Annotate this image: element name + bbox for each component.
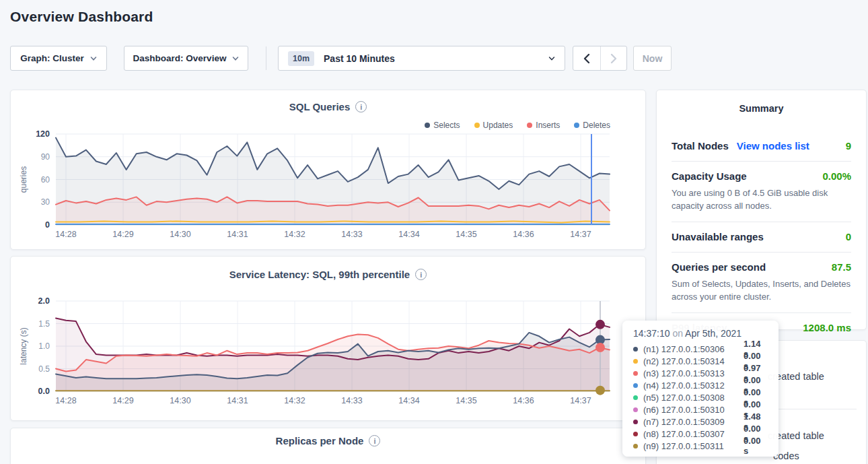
- svg-text:0: 0: [45, 220, 50, 230]
- now-button[interactable]: Now: [633, 46, 672, 71]
- svg-text:14:28: 14:28: [55, 230, 76, 239]
- tooltip-timestamp: 14:37:10 on Apr 5th, 2021: [633, 328, 768, 339]
- node-address: (n4) 127.0.0.1:50312: [643, 380, 744, 391]
- svg-text:14:36: 14:36: [513, 396, 534, 405]
- svg-text:14:34: 14:34: [398, 396, 419, 405]
- svg-text:14:36: 14:36: [513, 230, 534, 239]
- tooltip-row: (n9) 127.0.0.1:503110.00 s: [633, 440, 768, 452]
- chart-hover-tooltip: 14:37:10 on Apr 5th, 2021 (n1) 127.0.0.1…: [622, 321, 779, 457]
- svg-text:14:33: 14:33: [341, 230, 362, 239]
- node-latency-value: 0.00 s: [744, 436, 768, 456]
- summary-row-capacity: Capacity Usage 0.00% You are using 0 B o…: [672, 162, 851, 222]
- dashboard-dropdown-label: Dashboard: Overview: [133, 53, 227, 63]
- svg-text:2.0: 2.0: [38, 296, 50, 306]
- svg-text:14:32: 14:32: [284, 396, 305, 405]
- svg-text:queries: queries: [19, 166, 28, 193]
- replicas-per-node-card: Replicas per Node i: [10, 428, 646, 464]
- svg-text:latency (s): latency (s): [19, 327, 28, 364]
- svg-text:60: 60: [41, 175, 50, 185]
- total-nodes-value: 9: [846, 140, 851, 152]
- replicas-per-node-title: Replicas per Node i: [11, 435, 645, 446]
- node-color-dot: [633, 407, 638, 412]
- svg-text:30: 30: [41, 197, 50, 207]
- chevron-right-icon: [610, 53, 618, 64]
- svg-text:14:37: 14:37: [570, 396, 591, 405]
- qps-value: 87.5: [832, 261, 851, 273]
- step-back-button[interactable]: [573, 46, 600, 70]
- time-range-badge: 10m: [288, 51, 314, 66]
- time-step-buttons: [573, 46, 627, 71]
- chevron-down-icon: [232, 55, 239, 62]
- node-color-dot: [633, 371, 638, 376]
- node-address: (n8) 127.0.0.1:50307: [643, 429, 744, 439]
- svg-text:0.5: 0.5: [38, 364, 50, 374]
- toolbar-divider: [266, 46, 266, 70]
- svg-text:14:28: 14:28: [55, 396, 76, 405]
- capacity-usage-value: 0.00%: [822, 170, 851, 182]
- page-title: Overview Dashboard: [10, 9, 153, 25]
- graph-dropdown-label: Graph: Cluster: [20, 53, 84, 63]
- svg-text:0.0: 0.0: [38, 387, 50, 396]
- svg-text:1.5: 1.5: [38, 319, 50, 329]
- qps-label: Queries per second: [672, 261, 766, 273]
- chevron-down-icon: [90, 55, 97, 62]
- time-range-label: Past 10 Minutes: [324, 53, 395, 64]
- summary-row-unavailable-ranges: Unavailable ranges 0: [672, 222, 851, 253]
- svg-text:14:35: 14:35: [456, 230, 476, 239]
- node-address: (n5) 127.0.0.1:50308: [643, 393, 744, 403]
- svg-text:14:29: 14:29: [112, 396, 133, 405]
- sql-queries-chart[interactable]: 14:2814:2914:3014:3114:3214:3314:3414:35…: [11, 90, 647, 251]
- svg-text:14:31: 14:31: [227, 396, 248, 405]
- node-color-dot: [633, 444, 638, 449]
- svg-text:14:35: 14:35: [456, 396, 476, 405]
- svg-text:14:31: 14:31: [227, 230, 248, 239]
- node-address: (n2) 127.0.0.1:50314: [643, 356, 744, 366]
- time-range-dropdown[interactable]: 10m Past 10 Minutes: [278, 46, 565, 71]
- graph-dropdown[interactable]: Graph: Cluster: [10, 46, 107, 71]
- node-address: (n3) 127.0.0.1:50313: [643, 368, 744, 378]
- svg-text:14:34: 14:34: [398, 230, 419, 239]
- node-color-dot: [633, 359, 638, 364]
- svg-text:14:32: 14:32: [284, 230, 305, 239]
- sql-queries-card: SQL Queries i SelectsUpdatesInsertsDelet…: [10, 90, 646, 250]
- capacity-usage-desc: You are using 0 B of 4.5 GiB usable disk…: [672, 187, 851, 212]
- svg-text:14:37: 14:37: [570, 230, 591, 239]
- node-color-dot: [633, 383, 638, 388]
- qps-desc: Sum of Selects, Updates, Inserts, and De…: [672, 277, 851, 303]
- summary-row-total-nodes: Total Nodes View nodes list 9: [672, 131, 851, 162]
- now-button-label: Now: [643, 53, 663, 64]
- step-forward-button[interactable]: [600, 46, 627, 70]
- service-latency-chart[interactable]: 14:2814:2914:3014:3114:3214:3314:3414:35…: [11, 257, 647, 422]
- node-color-dot: [633, 347, 638, 352]
- svg-text:120: 120: [36, 129, 50, 139]
- dashboard-dropdown[interactable]: Dashboard: Overview: [124, 46, 248, 71]
- svg-text:90: 90: [41, 152, 50, 162]
- node-address: (n6) 127.0.0.1:50310: [643, 405, 744, 415]
- service-latency-card: Service Latency: SQL, 99th percentile i …: [10, 256, 646, 421]
- p99-latency-value: 1208.0 ms: [803, 322, 851, 333]
- svg-text:14:29: 14:29: [112, 230, 133, 239]
- capacity-usage-label: Capacity Usage: [672, 170, 747, 182]
- summary-title: Summary: [672, 103, 851, 114]
- summary-row-qps: Queries per second 87.5 Sum of Selects, …: [672, 253, 851, 313]
- svg-text:1.0: 1.0: [38, 341, 50, 351]
- node-address: (n9) 127.0.0.1:50311: [643, 441, 744, 451]
- total-nodes-label: Total Nodes: [672, 140, 729, 152]
- view-nodes-list-link[interactable]: View nodes list: [737, 140, 809, 152]
- summary-panel: Summary Total Nodes View nodes list 9 Ca…: [656, 90, 867, 330]
- node-address: (n1) 127.0.0.1:50306: [643, 344, 744, 354]
- chevron-down-icon: [548, 55, 555, 62]
- overview-dashboard-page: Overview Dashboard Graph: Cluster Dashbo…: [0, 0, 868, 464]
- node-color-dot: [633, 395, 638, 400]
- svg-text:14:33: 14:33: [341, 396, 362, 405]
- unavailable-ranges-value: 0: [846, 231, 851, 242]
- node-address: (n7) 127.0.0.1:50309: [643, 417, 744, 427]
- node-color-dot: [633, 420, 638, 424]
- svg-text:14:30: 14:30: [170, 230, 190, 239]
- svg-text:14:30: 14:30: [170, 396, 190, 405]
- node-color-dot: [633, 432, 638, 436]
- unavailable-ranges-label: Unavailable ranges: [672, 231, 764, 242]
- info-icon[interactable]: i: [369, 435, 380, 446]
- tooltip-rows: (n1) 127.0.0.1:503061.14 s(n2) 127.0.0.1…: [633, 343, 768, 452]
- chevron-left-icon: [583, 53, 591, 64]
